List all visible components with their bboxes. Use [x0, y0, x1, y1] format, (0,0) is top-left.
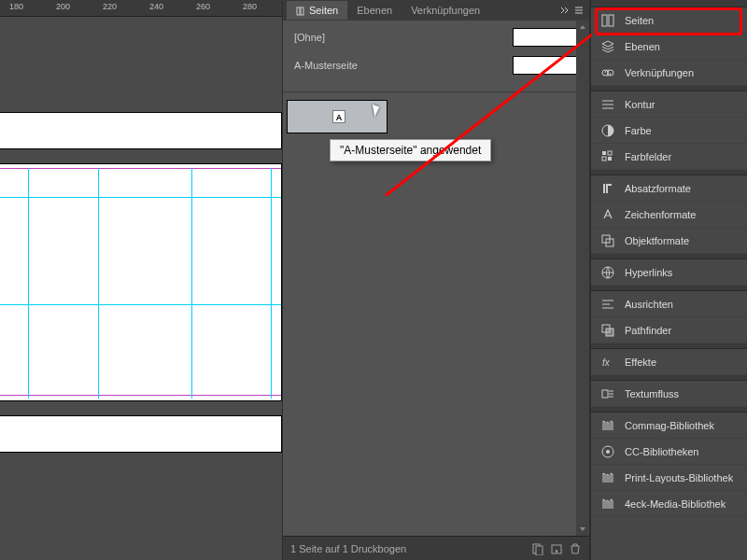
dock-item-ausrichten[interactable]: Ausrichten [591, 291, 747, 317]
ruler-tick-label: 280 [243, 2, 257, 11]
links-icon [600, 65, 615, 80]
panel-tabstrip: Seiten Ebenen Verknüpfungen [283, 0, 589, 21]
dock-item-cclib[interactable]: CC-Bibliotheken [591, 439, 747, 465]
horizontal-ruler[interactable]: 180 200 220 240 260 280 [0, 0, 282, 17]
page-spread-main[interactable] [0, 163, 282, 401]
vertical-guide[interactable] [271, 168, 272, 399]
master-row-none[interactable]: [Ohne] [294, 28, 578, 47]
pages-icon [296, 7, 305, 16]
svg-rect-5 [602, 15, 607, 26]
dock-item-effekte[interactable]: fxEffekte [591, 349, 747, 375]
document-pages-list[interactable]: A "A-Musterseite" angewendet [283, 92, 589, 536]
dock-item-seiten[interactable]: Seiten [591, 7, 747, 34]
dock-item-farbe[interactable]: Farbe [591, 118, 747, 144]
dock-item-label: Ausrichten [625, 299, 673, 310]
align-icon [600, 297, 615, 312]
scroll-down-icon[interactable] [578, 525, 587, 534]
dock-item-ebenen[interactable]: Ebenen [591, 34, 747, 60]
dock-item-label: Ebenen [625, 41, 660, 52]
dock-item-label: Objektformate [625, 235, 689, 246]
tab-verknupfungen[interactable]: Verknüpfungen [402, 1, 489, 20]
dock-item-label: Effekte [625, 357, 656, 368]
master-badge: A [332, 110, 345, 123]
obj-style-icon [600, 233, 615, 248]
svg-rect-1 [301, 7, 303, 15]
dock-item-label: Farbe [625, 125, 652, 136]
drop-tooltip: "A-Musterseite" angewendet [330, 139, 491, 161]
dock-separator [591, 0, 747, 7]
dock-item-hyperlinks[interactable]: Hyperlinks [591, 259, 747, 286]
master-row-a[interactable]: A-Musterseite [294, 56, 578, 75]
cc-icon [600, 444, 615, 459]
document-canvas[interactable]: 180 200 220 240 260 280 [0, 0, 282, 560]
dock-item-label: CC-Bibliotheken [625, 446, 698, 457]
page-spread-top[interactable] [0, 112, 282, 149]
dock-item-label: Absatzformate [625, 183, 691, 194]
dock-item-label: Textumfluss [625, 388, 679, 399]
dock-item-farbfelder[interactable]: Farbfelder [591, 144, 747, 170]
tab-label: Seiten [309, 5, 338, 16]
dock-item-label: Kontur [625, 99, 655, 110]
hyperlink-icon [600, 265, 615, 280]
textwrap-icon [600, 386, 615, 401]
library-icon [600, 418, 615, 433]
horizontal-guide[interactable] [0, 197, 281, 198]
master-thumb[interactable] [513, 28, 578, 47]
master-thumb[interactable] [513, 56, 578, 75]
dock-item-label: Hyperlinks [625, 267, 672, 278]
pages-panel: Seiten Ebenen Verknüpfungen [Ohne] A-Mus… [282, 0, 590, 560]
right-panel-dock: SeitenEbenenVerknüpfungenKonturFarbeFarb… [590, 0, 747, 560]
para-style-icon [600, 181, 615, 196]
svg-rect-20 [602, 390, 608, 398]
edit-page-icon[interactable] [531, 542, 544, 555]
collapse-icon[interactable] [559, 6, 569, 15]
dock-item-label: Verknüpfungen [625, 67, 694, 78]
svg-rect-3 [536, 546, 543, 555]
pages-icon [600, 13, 615, 28]
dock-item-zeichenformate[interactable]: Zeichenformate [591, 202, 747, 228]
master-pages-list: [Ohne] A-Musterseite [283, 21, 589, 92]
ruler-tick-label: 240 [149, 2, 163, 11]
stroke-icon [600, 97, 615, 112]
dock-item-verknupfungen[interactable]: Verknüpfungen [591, 60, 747, 86]
vertical-guide[interactable] [28, 168, 29, 399]
vertical-guide[interactable] [191, 168, 192, 399]
dock-item-label: Print-Layouts-Bibliothek [625, 472, 733, 483]
margin-guide [0, 395, 281, 396]
library-icon [600, 470, 615, 485]
pathfinder-icon [600, 323, 615, 338]
dock-item-commag[interactable]: Commag-Bibliothek [591, 413, 747, 439]
dock-item-printlayouts[interactable]: Print-Layouts-Bibliothek [591, 465, 747, 491]
ruler-tick-label: 260 [196, 2, 210, 11]
dock-item-pathfinder[interactable]: Pathfinder [591, 317, 747, 343]
tab-ebenen[interactable]: Ebenen [347, 1, 402, 20]
swatches-icon [600, 149, 615, 164]
vertical-guide[interactable] [98, 168, 99, 399]
dock-item-objektformate[interactable]: Objektformate [591, 228, 747, 254]
dock-item-absatzformate[interactable]: Absatzformate [591, 175, 747, 202]
master-label: [Ohne] [294, 32, 325, 43]
panel-scrollbar[interactable] [576, 21, 589, 536]
page-spread-bottom[interactable] [0, 415, 282, 453]
char-style-icon [600, 207, 615, 222]
ruler-tick-label: 220 [103, 2, 117, 11]
svg-rect-11 [608, 151, 612, 155]
dock-item-kontur[interactable]: Kontur [591, 91, 747, 118]
panel-menu-icon[interactable] [574, 6, 584, 15]
panel-footer: 1 Seite auf 1 Druckbogen [283, 536, 589, 560]
svg-point-22 [606, 450, 610, 454]
dock-item-label: Seiten [625, 15, 654, 26]
svg-rect-10 [602, 151, 606, 155]
dock-item-4eck[interactable]: 4eck-Media-Bibliothek [591, 491, 747, 517]
new-page-icon[interactable] [550, 542, 563, 555]
dock-item-label: 4eck-Media-Bibliothek [625, 498, 726, 510]
tab-seiten[interactable]: Seiten [287, 1, 347, 20]
footer-status: 1 Seite auf 1 Druckbogen [290, 543, 406, 554]
delete-page-icon[interactable] [569, 542, 582, 555]
scroll-up-icon[interactable] [578, 22, 587, 32]
dock-item-textumfluss[interactable]: Textumfluss [591, 381, 747, 407]
master-label: A-Musterseite [294, 60, 358, 71]
svg-rect-0 [297, 7, 300, 15]
svg-rect-18 [606, 329, 613, 336]
horizontal-guide[interactable] [0, 304, 281, 305]
